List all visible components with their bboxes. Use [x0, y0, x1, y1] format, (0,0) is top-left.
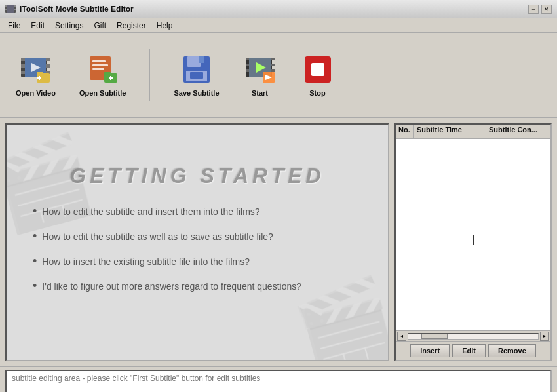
open-video-label: Open Video	[16, 89, 56, 97]
open-subtitle-icon	[86, 52, 120, 87]
svg-rect-22	[92, 68, 104, 70]
svg-rect-3	[14, 5, 16, 7]
menu-gift[interactable]: Gift	[88, 20, 111, 31]
list-item: • How to insert the existing subtitle fi…	[33, 256, 301, 267]
insert-button[interactable]: Insert	[410, 344, 450, 357]
subtitle-table-header: No. Subtitle Time Subtitle Con...	[396, 125, 550, 139]
bullet-text-2: How to edit the subtitle as well as to s…	[42, 231, 273, 242]
svg-rect-20	[92, 60, 106, 62]
svg-rect-21	[92, 64, 108, 66]
subtitle-actions: Insert Edit Remove	[396, 341, 550, 360]
svg-rect-2	[5, 9, 7, 10]
menu-help[interactable]: Help	[151, 20, 178, 31]
stop-button[interactable]: Stop	[296, 50, 340, 100]
list-item: • How to edit the subtitle as well as to…	[33, 231, 301, 242]
toolbar-divider	[149, 49, 150, 101]
remove-button[interactable]: Remove	[488, 344, 536, 357]
column-no: No.	[396, 125, 414, 138]
svg-rect-5	[7, 5, 14, 13]
svg-rect-33	[246, 58, 249, 60]
preview-background: 🎬 🎬 GETTING STARTED • How to edit the su…	[7, 125, 388, 360]
open-subtitle-button[interactable]: Open Subtitle	[74, 50, 132, 100]
menu-register[interactable]: Register	[111, 20, 151, 31]
subtitle-panel: No. Subtitle Time Subtitle Con... ◂ ▸ In…	[394, 123, 552, 361]
title-bar: iToolSoft Movie Subtitle Editor − ✕	[0, 0, 557, 18]
bullet-dot: •	[33, 230, 37, 242]
list-item: • I'd like to figure out more answers re…	[33, 281, 301, 292]
bullet-dot: •	[33, 205, 37, 217]
list-item: • How to edit the subtitle and insert th…	[33, 206, 301, 217]
save-subtitle-button[interactable]: Save Subtitle	[168, 50, 224, 100]
start-button[interactable]: Start	[238, 50, 282, 100]
bullet-list: • How to edit the subtitle and insert th…	[26, 206, 301, 292]
svg-rect-36	[271, 58, 275, 60]
scroll-left-button[interactable]: ◂	[397, 332, 406, 341]
svg-rect-16	[37, 72, 43, 75]
menu-bar: File Edit Settings Gift Register Help	[0, 18, 557, 33]
menu-settings[interactable]: Settings	[50, 20, 88, 31]
bullet-text-3: How to insert the existing subtitle file…	[42, 256, 250, 267]
stop-icon	[301, 52, 335, 87]
subtitle-edit-area[interactable]: subtitle editing area - please click "Fi…	[5, 370, 552, 392]
open-video-icon	[18, 52, 52, 87]
bullet-text-1: How to edit the subtitle and insert them…	[42, 206, 259, 217]
save-subtitle-label: Save Subtitle	[174, 89, 219, 97]
svg-rect-9	[21, 71, 25, 74]
svg-rect-24	[104, 72, 111, 75]
menu-file[interactable]: File	[3, 20, 26, 31]
getting-started-title: GETTING STARTED	[69, 164, 324, 188]
svg-rect-7	[21, 58, 25, 61]
svg-rect-11	[46, 64, 50, 68]
close-button[interactable]: ✕	[541, 5, 552, 14]
start-label: Start	[252, 89, 268, 97]
svg-rect-29	[199, 56, 204, 63]
svg-rect-37	[271, 64, 275, 66]
save-subtitle-icon	[180, 52, 214, 87]
window-controls: − ✕	[528, 5, 552, 14]
stop-label: Stop	[309, 89, 325, 97]
subtitle-table-body[interactable]	[396, 139, 550, 330]
svg-rect-34	[246, 64, 249, 66]
scroll-right-button[interactable]: ▸	[540, 332, 549, 341]
subtitle-scrollbar: ◂ ▸	[396, 330, 550, 341]
edit-button[interactable]: Edit	[452, 344, 486, 357]
open-subtitle-label: Open Subtitle	[79, 89, 126, 97]
app-icon	[5, 4, 16, 14]
svg-rect-8	[21, 64, 25, 68]
window-title: iToolSoft Movie Subtitle Editor	[20, 5, 134, 14]
bullet-dot: •	[33, 280, 37, 292]
scroll-thumb	[421, 334, 448, 339]
subtitle-edit-placeholder: subtitle editing area - please click "Fi…	[12, 374, 260, 383]
scroll-track[interactable]	[408, 333, 539, 340]
column-time: Subtitle Time	[414, 125, 486, 138]
minimize-button[interactable]: −	[528, 5, 539, 14]
bullet-text-4: I'd like to figure out more answers rega…	[42, 281, 301, 292]
svg-rect-28	[187, 56, 201, 67]
svg-rect-38	[271, 69, 275, 72]
cursor-line	[473, 235, 474, 245]
bullet-dot: •	[33, 255, 37, 267]
main-content: 🎬 🎬 GETTING STARTED • How to edit the su…	[0, 118, 557, 367]
column-content: Subtitle Con...	[486, 125, 550, 138]
svg-rect-10	[46, 58, 50, 61]
start-icon	[243, 52, 277, 87]
svg-rect-4	[14, 9, 16, 10]
open-video-button[interactable]: Open Video	[10, 50, 61, 100]
svg-rect-35	[246, 69, 249, 72]
menu-edit[interactable]: Edit	[26, 20, 50, 31]
svg-rect-44	[311, 63, 324, 76]
svg-rect-1	[5, 5, 7, 7]
toolbar: Open Video Open Subtitle	[0, 33, 557, 118]
preview-panel: 🎬 🎬 GETTING STARTED • How to edit the su…	[5, 123, 389, 361]
svg-rect-31	[190, 72, 203, 79]
